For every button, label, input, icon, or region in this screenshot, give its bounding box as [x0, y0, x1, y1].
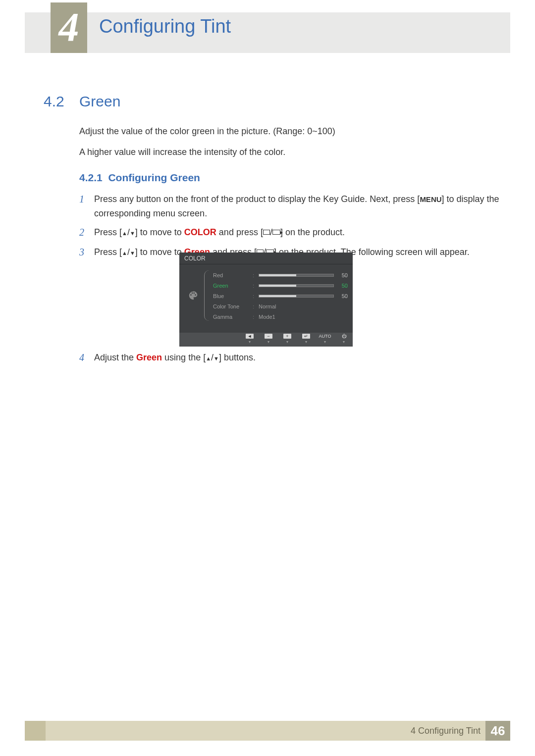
step-1: 1 Press any button on the front of the p…	[79, 192, 505, 220]
osd-bracket	[204, 270, 209, 321]
text: ] to move to	[135, 247, 184, 257]
page-number: 46	[485, 721, 510, 741]
osd-label-blue: Blue	[213, 292, 249, 300]
osd-footer-power-icon: ⏻	[338, 334, 350, 344]
osd-footer-back-icon: ◄	[244, 334, 256, 344]
down-arrow-icon	[130, 227, 135, 237]
subsection-number: 4.2.1	[79, 172, 103, 183]
keyword-green: Green	[136, 353, 162, 362]
osd-values: : 50 : 50 : 50 : Normal	[253, 270, 348, 321]
footer-chapter-label: 4 Configuring Tint	[411, 726, 481, 736]
source-icon	[263, 230, 270, 235]
text: Adjust the	[94, 353, 136, 362]
text: Press any button on the front of the pro…	[94, 194, 420, 204]
chapter-title: Configuring Tint	[99, 16, 231, 37]
text: ] on the product.	[280, 227, 345, 237]
step-number: 1	[79, 192, 94, 206]
osd-label-gamma: Gamma	[213, 313, 249, 321]
osd-row-colortone: : Normal	[253, 302, 348, 310]
up-arrow-icon	[122, 247, 127, 257]
keyword-color: COLOR	[184, 227, 216, 237]
down-arrow-icon	[214, 353, 219, 362]
subsection-heading: 4.2.1 Configuring Green	[79, 172, 200, 184]
osd-row-gamma: : Mode1	[253, 313, 348, 321]
paragraph: A higher value will increase the intensi…	[79, 147, 505, 157]
down-arrow-icon	[130, 247, 135, 257]
osd-value-gamma: Mode1	[259, 314, 275, 320]
osd-footer-auto: AUTO	[319, 334, 331, 344]
step-text: Press [/] to move to COLOR and press [/]…	[94, 225, 505, 240]
osd-row-blue: : 50	[253, 292, 348, 300]
slider	[259, 295, 334, 298]
osd-label-green: Green	[213, 282, 249, 290]
osd-value-colortone: Normal	[259, 303, 276, 309]
text: Press [	[94, 227, 122, 237]
osd-labels: Red Green Blue Color Tone Gamma	[213, 270, 249, 321]
osd-row-green: : 50	[253, 282, 348, 290]
page: 4 Configuring Tint 4.2 Green Adjust the …	[0, 0, 535, 756]
osd-footer-enter-icon: ↵	[300, 334, 312, 344]
step-4: 4 Adjust the Green using the [/] buttons…	[79, 351, 505, 370]
osd-color-menu: COLOR Red Green Blue Color Tone Gamma : …	[179, 252, 353, 347]
step-2: 2 Press [/] to move to COLOR and press […	[79, 225, 505, 240]
text: ] buttons.	[219, 353, 256, 362]
footer-bar: 4 Configuring Tint 46	[25, 721, 510, 741]
osd-footer-plus-icon: +	[281, 334, 293, 344]
step-number: 3	[79, 245, 94, 259]
osd-row-red: : 50	[253, 271, 348, 279]
osd-title: COLOR	[179, 252, 353, 264]
text: and press [	[216, 227, 263, 237]
step-text: Press any button on the front of the pro…	[94, 192, 505, 220]
section-title: Green	[79, 93, 120, 110]
text: using the [	[162, 353, 206, 362]
osd-body: Red Green Blue Color Tone Gamma : 50 : 5…	[179, 264, 353, 325]
osd-footer: ◄ − + ↵ AUTO ⏻	[179, 333, 353, 347]
osd-footer-minus-icon: −	[263, 334, 274, 344]
footer-accent	[25, 721, 46, 741]
up-arrow-icon	[206, 353, 211, 362]
section-number: 4.2	[44, 93, 64, 110]
osd-label-colortone: Color Tone	[213, 302, 249, 310]
enter-icon	[272, 230, 280, 235]
text: ] to move to	[135, 227, 184, 237]
step-text: Adjust the Green using the [/] buttons.	[94, 351, 505, 365]
slider	[259, 274, 334, 277]
step-number: 4	[79, 351, 94, 364]
header-bar	[25, 12, 510, 53]
osd-value-blue: 50	[337, 293, 348, 299]
osd-value-green: 50	[337, 283, 348, 289]
osd-value-red: 50	[337, 272, 348, 278]
step-number: 2	[79, 225, 94, 239]
up-arrow-icon	[122, 227, 127, 237]
paragraph: Adjust the value of the color green in t…	[79, 126, 505, 137]
palette-icon	[186, 270, 200, 321]
menu-label: MENU	[420, 195, 441, 203]
subsection-title: Configuring Green	[108, 172, 200, 183]
chapter-number-badge: 4	[51, 2, 87, 53]
osd-label-red: Red	[213, 271, 249, 279]
text: Press [	[94, 247, 122, 257]
slider	[259, 284, 334, 287]
